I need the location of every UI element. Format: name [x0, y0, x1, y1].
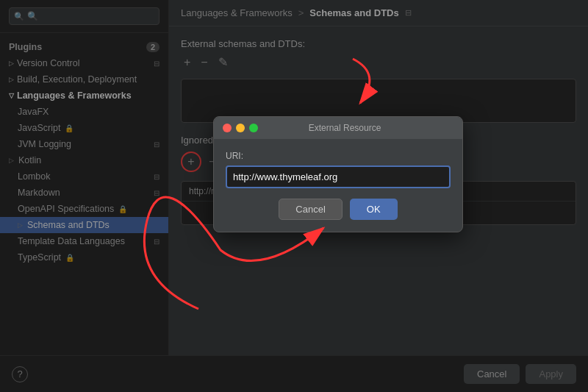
- uri-label: URI:: [226, 151, 451, 161]
- main-layout: 🔍 Plugins 2 ▷ Version Control ⊟: [0, 0, 588, 392]
- dialog-overlay: External Resource URI: Cancel OK: [0, 0, 588, 392]
- dialog-title: External Resource: [262, 123, 427, 133]
- uri-input[interactable]: [226, 165, 451, 188]
- traffic-light-red[interactable]: [223, 124, 232, 132]
- traffic-light-green[interactable]: [249, 124, 258, 132]
- dialog-ok-button[interactable]: OK: [350, 199, 398, 220]
- traffic-light-yellow[interactable]: [236, 124, 245, 132]
- dialog-actions: Cancel OK: [226, 199, 451, 220]
- dialog-titlebar: External Resource: [214, 117, 462, 139]
- external-resource-dialog: External Resource URI: Cancel OK: [213, 116, 463, 232]
- dialog-cancel-button[interactable]: Cancel: [279, 199, 342, 220]
- dialog-body: URI: Cancel OK: [214, 139, 462, 232]
